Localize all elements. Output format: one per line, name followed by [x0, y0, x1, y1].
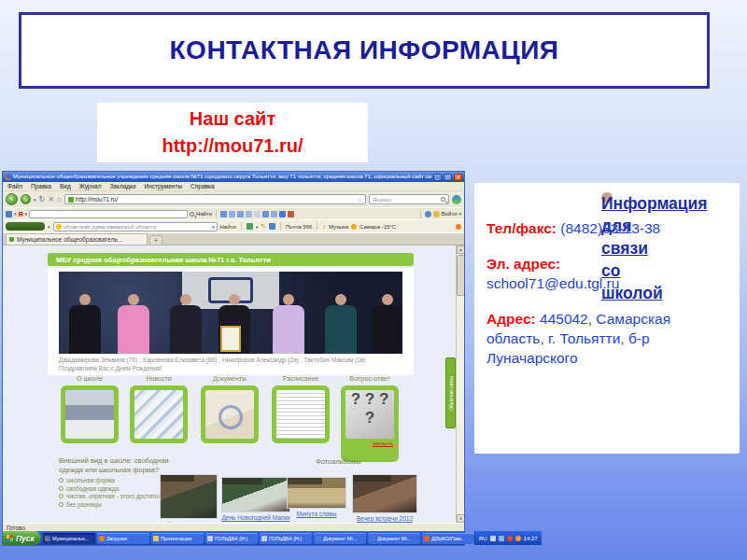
dropdown-icon[interactable]: ▾ — [14, 211, 17, 217]
tab-school-site[interactable]: Муниципальное общеобразователь... — [6, 233, 148, 245]
tray-agent-icon[interactable] — [515, 536, 521, 541]
service-badge[interactable] — [6, 222, 45, 231]
tray-monitor-icon[interactable] — [490, 536, 496, 541]
tile-label-documents[interactable]: Документы — [201, 375, 259, 382]
tile-about-school[interactable] — [61, 385, 119, 443]
refresh-icon[interactable]: ↻ — [39, 195, 46, 204]
toolbar-icon[interactable] — [220, 211, 227, 217]
page-icon[interactable] — [269, 223, 275, 230]
stop-icon[interactable]: ✕ — [48, 195, 54, 204]
bookmark-star-icon[interactable]: ☆ — [358, 196, 362, 203]
toolbar-search-input[interactable] — [29, 210, 188, 218]
menu-history[interactable]: Журнал — [79, 183, 102, 189]
albums-heading: Фотоальбомы — [316, 457, 361, 466]
close-button[interactable]: ✕ — [454, 174, 462, 181]
search-icon[interactable] — [441, 197, 445, 202]
album-thumb-new-year-mask[interactable] — [221, 477, 290, 512]
tray-antivirus-icon[interactable] — [507, 536, 513, 541]
home-icon[interactable]: ⌂ — [57, 195, 62, 204]
key-icon[interactable] — [433, 211, 440, 217]
history-dropdown-icon[interactable]: ▾ — [34, 197, 36, 203]
yandex-search-input[interactable]: областная дума самарской области ▾ — [53, 222, 218, 231]
task-firefox[interactable]: Муниципальн... — [43, 533, 95, 544]
tile-news[interactable] — [130, 385, 188, 443]
menu-tools[interactable]: Инструменты — [145, 183, 183, 189]
dropdown-icon[interactable]: ▾ — [48, 224, 50, 230]
task-drive-h1[interactable]: ГОЛЬДБА (Н:) — [205, 533, 258, 544]
task-word-doc-2[interactable]: Документ Mi... — [368, 533, 420, 544]
toolbar-icon[interactable] — [279, 211, 286, 217]
radio-icon[interactable] — [59, 494, 63, 498]
find-icon — [190, 212, 194, 217]
stats-icon[interactable] — [247, 223, 253, 230]
album-thumb-minute-of-fame[interactable] — [287, 477, 346, 509]
menu-file[interactable]: Файл — [7, 183, 22, 189]
task-drive-h2[interactable]: ГОЛЬДБА (Н:) — [260, 533, 312, 544]
new-tab-button[interactable]: + — [149, 235, 162, 245]
toolbar-icon[interactable] — [237, 211, 244, 217]
dropdown-icon[interactable]: ▾ — [256, 224, 259, 230]
feedback-tab[interactable]: Обратная связь — [445, 357, 456, 428]
keyboard-layout[interactable]: RU — [479, 536, 487, 541]
menu-edit[interactable]: Правка — [31, 183, 51, 189]
browser-titlebar[interactable]: Муниципальное общеобразовательное учрежд… — [3, 172, 464, 182]
tile-label-schedule[interactable]: Расписание — [272, 375, 330, 382]
pencil-icon[interactable]: ✎ — [261, 222, 266, 231]
dropdown-icon[interactable]: ▾ — [25, 211, 28, 217]
yandex-find-button[interactable]: Найти — [220, 224, 236, 230]
tile-documents[interactable] — [201, 385, 259, 443]
dropdown-icon[interactable]: ▾ — [458, 211, 461, 217]
tile-schedule[interactable] — [272, 385, 330, 443]
close-link[interactable]: закрыть — [345, 439, 394, 446]
menu-view[interactable]: Вид — [60, 183, 71, 189]
scroll-down-icon[interactable]: ▼ — [457, 514, 464, 523]
album-link-minute-of-fame[interactable]: Минута славы — [279, 511, 354, 518]
weather-button[interactable]: Самара -15°C — [359, 224, 396, 230]
bar-settings-icon[interactable] — [456, 224, 461, 230]
translate-icon[interactable] — [452, 195, 461, 204]
toolbar-icon[interactable] — [229, 211, 235, 217]
radio-icon[interactable] — [59, 478, 63, 483]
start-button[interactable]: Пуск — [3, 531, 41, 545]
toolbar-icon[interactable] — [254, 211, 261, 217]
maximize-button[interactable]: □ — [444, 174, 452, 181]
album-link-reunion-2012[interactable]: Вечер встречи 2012 — [345, 515, 425, 523]
toolbar-icon[interactable] — [246, 211, 252, 217]
dropdown-icon[interactable]: ▾ — [212, 224, 215, 230]
toolbar-icon[interactable] — [288, 211, 294, 217]
tile-question-answer[interactable]: ? ? ? ? закрыть — [341, 385, 399, 462]
forward-button[interactable]: › — [21, 194, 31, 204]
music-button[interactable]: Музыка — [329, 224, 348, 230]
yandex-icon[interactable]: Я — [19, 211, 23, 217]
tile-label-about[interactable]: О школе — [61, 375, 119, 382]
radio-icon[interactable] — [59, 502, 63, 507]
find-button[interactable]: Найти — [196, 211, 212, 217]
tile-label-news[interactable]: Новости — [130, 375, 188, 382]
task-presentations-folder[interactable]: Презентации — [151, 533, 204, 544]
album-thumb-history-lesson[interactable] — [160, 474, 218, 519]
scrollbar-thumb[interactable] — [457, 255, 464, 296]
g-icon[interactable] — [6, 211, 12, 217]
user-icon[interactable] — [425, 211, 431, 217]
newspapers-image — [134, 390, 183, 439]
minimize-button[interactable]: _ — [433, 174, 442, 181]
search-box[interactable]: Яндекс — [369, 194, 449, 204]
task-word-doc-1[interactable]: Документ Mi... — [314, 533, 366, 544]
menu-help[interactable]: Справка — [190, 183, 215, 189]
vertical-scrollbar[interactable]: ▲ ▼ — [456, 245, 464, 523]
album-thumb-reunion-2012[interactable] — [352, 474, 417, 513]
yandex-query: областная дума самарской области — [63, 224, 157, 230]
toolbar-icon[interactable] — [262, 211, 269, 217]
login-button[interactable]: Войти — [442, 211, 458, 217]
scroll-up-icon[interactable]: ▲ — [457, 245, 464, 254]
radio-icon[interactable] — [59, 486, 63, 491]
menu-bookmarks[interactable]: Закладки — [109, 183, 135, 189]
address-bar[interactable]: http://mou71.ru/ ☆ — [64, 194, 366, 204]
task-downloads[interactable]: Загрузки — [97, 533, 149, 544]
task-powerpoint[interactable]: ДЗЫКО/Пам... — [422, 533, 474, 544]
back-button[interactable]: ‹ — [6, 193, 18, 205]
tile-label-qa[interactable]: Вопрос-ответ — [341, 375, 399, 382]
tray-network-icon[interactable] — [499, 536, 504, 541]
mail-button[interactable]: Почта 366 — [286, 224, 312, 230]
toolbar-icon[interactable] — [271, 211, 277, 217]
